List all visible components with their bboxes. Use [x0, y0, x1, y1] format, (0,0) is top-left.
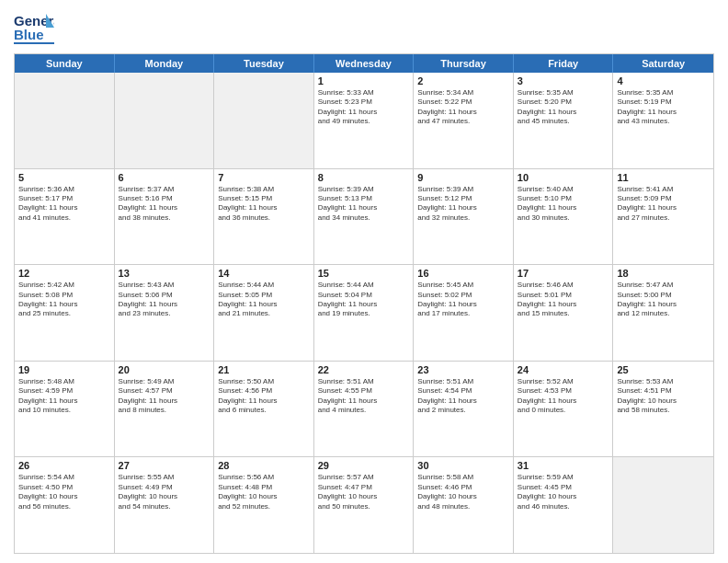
day-info: Sunrise: 5:59 AM Sunset: 4:45 PM Dayligh…: [518, 473, 609, 511]
svg-text:Blue: Blue: [14, 27, 44, 42]
calendar-cell: 26Sunrise: 5:54 AM Sunset: 4:50 PM Dayli…: [15, 457, 115, 553]
calendar-cell: 14Sunrise: 5:44 AM Sunset: 5:05 PM Dayli…: [214, 265, 314, 361]
calendar-cell: 19Sunrise: 5:48 AM Sunset: 4:59 PM Dayli…: [15, 362, 115, 457]
calendar-cell: 10Sunrise: 5:40 AM Sunset: 5:10 PM Dayli…: [514, 169, 614, 265]
calendar-cell: [115, 73, 215, 168]
calendar-cell: 22Sunrise: 5:51 AM Sunset: 4:55 PM Dayli…: [314, 362, 415, 457]
calendar-cell: 12Sunrise: 5:42 AM Sunset: 5:08 PM Dayli…: [15, 265, 115, 361]
calendar-row-4: 19Sunrise: 5:48 AM Sunset: 4:59 PM Dayli…: [15, 361, 713, 457]
day-info: Sunrise: 5:39 AM Sunset: 5:13 PM Dayligh…: [318, 185, 410, 224]
day-number: 9: [417, 172, 509, 183]
day-info: Sunrise: 5:44 AM Sunset: 5:05 PM Dayligh…: [218, 281, 310, 319]
calendar-cell: 8Sunrise: 5:39 AM Sunset: 5:13 PM Daylig…: [314, 169, 415, 265]
day-number: 25: [617, 364, 710, 375]
page: General Blue SundayMondayTuesdayWednesda…: [0, 0, 728, 563]
day-number: 19: [18, 364, 110, 375]
day-number: 14: [218, 268, 310, 279]
calendar-cell: 3Sunrise: 5:35 AM Sunset: 5:20 PM Daylig…: [514, 73, 614, 168]
day-info: Sunrise: 5:36 AM Sunset: 5:17 PM Dayligh…: [18, 185, 110, 224]
calendar-cell: 5Sunrise: 5:36 AM Sunset: 5:17 PM Daylig…: [15, 169, 115, 265]
day-info: Sunrise: 5:41 AM Sunset: 5:09 PM Dayligh…: [617, 185, 710, 224]
calendar-cell: 18Sunrise: 5:47 AM Sunset: 5:00 PM Dayli…: [613, 265, 713, 361]
day-number: 29: [318, 460, 410, 471]
day-number: 1: [318, 75, 410, 86]
header-day-tuesday: Tuesday: [214, 54, 314, 73]
calendar-cell: [15, 73, 115, 168]
day-number: 30: [417, 460, 509, 471]
day-number: 23: [417, 364, 509, 375]
header-day-wednesday: Wednesday: [314, 54, 415, 73]
calendar-header: SundayMondayTuesdayWednesdayThursdayFrid…: [15, 54, 713, 73]
calendar-row-2: 5Sunrise: 5:36 AM Sunset: 5:17 PM Daylig…: [15, 168, 713, 265]
calendar-cell: [214, 73, 314, 168]
day-number: 26: [18, 460, 110, 471]
calendar-cell: 21Sunrise: 5:50 AM Sunset: 4:56 PM Dayli…: [214, 362, 314, 457]
day-number: 18: [617, 268, 710, 279]
calendar: SundayMondayTuesdayWednesdayThursdayFrid…: [14, 53, 714, 554]
day-info: Sunrise: 5:54 AM Sunset: 4:50 PM Dayligh…: [18, 473, 110, 511]
calendar-cell: 23Sunrise: 5:51 AM Sunset: 4:54 PM Dayli…: [414, 362, 514, 457]
svg-rect-3: [14, 42, 54, 44]
calendar-cell: 7Sunrise: 5:38 AM Sunset: 5:15 PM Daylig…: [214, 169, 314, 265]
day-info: Sunrise: 5:42 AM Sunset: 5:08 PM Dayligh…: [18, 281, 110, 319]
day-info: Sunrise: 5:46 AM Sunset: 5:01 PM Dayligh…: [518, 281, 609, 319]
calendar-cell: 11Sunrise: 5:41 AM Sunset: 5:09 PM Dayli…: [613, 169, 713, 265]
calendar-cell: 31Sunrise: 5:59 AM Sunset: 4:45 PM Dayli…: [514, 457, 614, 553]
day-info: Sunrise: 5:38 AM Sunset: 5:15 PM Dayligh…: [218, 185, 310, 224]
day-number: 16: [417, 268, 509, 279]
logo: General Blue: [14, 9, 54, 46]
day-info: Sunrise: 5:35 AM Sunset: 5:20 PM Dayligh…: [518, 88, 609, 127]
header-day-saturday: Saturday: [613, 54, 713, 73]
day-info: Sunrise: 5:39 AM Sunset: 5:12 PM Dayligh…: [417, 185, 509, 224]
day-number: 21: [218, 364, 310, 375]
day-number: 31: [518, 460, 609, 471]
day-number: 5: [18, 172, 110, 183]
calendar-cell: 15Sunrise: 5:44 AM Sunset: 5:04 PM Dayli…: [314, 265, 415, 361]
day-number: 2: [417, 75, 509, 86]
day-info: Sunrise: 5:51 AM Sunset: 4:55 PM Dayligh…: [318, 377, 410, 416]
day-number: 28: [218, 460, 310, 471]
day-number: 3: [518, 75, 609, 86]
day-number: 10: [518, 172, 609, 183]
calendar-cell: 1Sunrise: 5:33 AM Sunset: 5:23 PM Daylig…: [314, 73, 415, 168]
day-info: Sunrise: 5:33 AM Sunset: 5:23 PM Dayligh…: [318, 88, 410, 127]
day-number: 20: [119, 364, 210, 375]
day-info: Sunrise: 5:45 AM Sunset: 5:02 PM Dayligh…: [417, 281, 509, 319]
day-number: 12: [18, 268, 110, 279]
calendar-cell: 9Sunrise: 5:39 AM Sunset: 5:12 PM Daylig…: [414, 169, 514, 265]
day-number: 11: [617, 172, 710, 183]
day-number: 4: [617, 75, 710, 86]
calendar-cell: 24Sunrise: 5:52 AM Sunset: 4:53 PM Dayli…: [514, 362, 614, 457]
header-day-monday: Monday: [115, 54, 215, 73]
calendar-cell: 27Sunrise: 5:55 AM Sunset: 4:49 PM Dayli…: [115, 457, 215, 553]
day-number: 27: [119, 460, 210, 471]
day-number: 17: [518, 268, 609, 279]
header: General Blue: [14, 9, 714, 46]
logo-icon: General Blue: [14, 9, 54, 46]
day-info: Sunrise: 5:57 AM Sunset: 4:47 PM Dayligh…: [318, 473, 410, 511]
calendar-cell: 28Sunrise: 5:56 AM Sunset: 4:48 PM Dayli…: [214, 457, 314, 553]
day-number: 22: [318, 364, 410, 375]
day-info: Sunrise: 5:52 AM Sunset: 4:53 PM Dayligh…: [518, 377, 609, 416]
day-number: 13: [119, 268, 210, 279]
day-info: Sunrise: 5:50 AM Sunset: 4:56 PM Dayligh…: [218, 377, 310, 416]
day-info: Sunrise: 5:55 AM Sunset: 4:49 PM Dayligh…: [119, 473, 210, 511]
header-day-thursday: Thursday: [414, 54, 514, 73]
calendar-row-1: 1Sunrise: 5:33 AM Sunset: 5:23 PM Daylig…: [15, 73, 713, 168]
calendar-cell: 13Sunrise: 5:43 AM Sunset: 5:06 PM Dayli…: [115, 265, 215, 361]
day-info: Sunrise: 5:40 AM Sunset: 5:10 PM Dayligh…: [518, 185, 609, 224]
day-info: Sunrise: 5:48 AM Sunset: 4:59 PM Dayligh…: [18, 377, 110, 416]
calendar-row-5: 26Sunrise: 5:54 AM Sunset: 4:50 PM Dayli…: [15, 456, 713, 553]
calendar-cell: 20Sunrise: 5:49 AM Sunset: 4:57 PM Dayli…: [115, 362, 215, 457]
calendar-cell: 29Sunrise: 5:57 AM Sunset: 4:47 PM Dayli…: [314, 457, 415, 553]
day-info: Sunrise: 5:56 AM Sunset: 4:48 PM Dayligh…: [218, 473, 310, 511]
calendar-body: 1Sunrise: 5:33 AM Sunset: 5:23 PM Daylig…: [15, 73, 713, 553]
day-number: 8: [318, 172, 410, 183]
calendar-cell: 16Sunrise: 5:45 AM Sunset: 5:02 PM Dayli…: [414, 265, 514, 361]
day-info: Sunrise: 5:51 AM Sunset: 4:54 PM Dayligh…: [417, 377, 509, 416]
day-number: 6: [119, 172, 210, 183]
calendar-cell: 17Sunrise: 5:46 AM Sunset: 5:01 PM Dayli…: [514, 265, 614, 361]
calendar-cell: 4Sunrise: 5:35 AM Sunset: 5:19 PM Daylig…: [613, 73, 713, 168]
day-info: Sunrise: 5:35 AM Sunset: 5:19 PM Dayligh…: [617, 88, 710, 127]
day-info: Sunrise: 5:49 AM Sunset: 4:57 PM Dayligh…: [119, 377, 210, 416]
